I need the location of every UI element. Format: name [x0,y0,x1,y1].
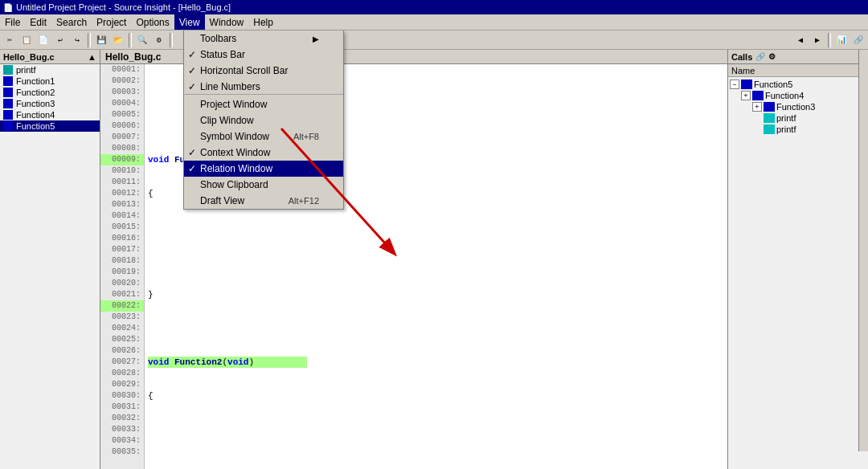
tree-icon-printf2 [764,124,775,134]
tree-label-function3: Function3 [776,102,815,112]
toolbar-cut[interactable]: ✂ [2,32,18,48]
symbol-function2[interactable]: Function2 [0,87,100,98]
calls-icon1: 🔗 [755,52,765,61]
symbol-function5[interactable]: Function5 [0,120,100,132]
menu-check-relation-window: ✓ [188,163,196,174]
symbol-label-function3: Function3 [16,99,55,108]
menu-item-relation-window[interactable]: ✓ Relation Window [184,161,343,177]
symbol-icon-function2 [3,88,13,97]
symbol-function3[interactable]: Function3 [0,98,100,109]
menu-arrow-toolbars: ▶ [313,35,319,43]
tree-icon-printf1 [764,113,775,123]
calls-icon2: ⚙ [768,52,776,61]
menu-item-symbol-window-label: Symbol Window [200,131,269,142]
menu-item-project-window[interactable]: Project Window [184,96,343,112]
tree-item-printf2[interactable]: printf [730,124,866,135]
menu-item-toolbars[interactable]: Toolbars ▶ [184,31,343,47]
toolbar-undo[interactable]: ↩ [52,32,68,48]
tree-expand-function4[interactable]: + [741,91,751,100]
toolbar-back[interactable]: ◀ [792,32,809,48]
menu-view[interactable]: View [174,14,205,30]
calls-col-header: Name [728,64,868,77]
symbol-label-function1: Function1 [16,76,55,86]
menu-edit[interactable]: Edit [25,14,51,30]
tree-icon-function5 [741,80,752,89]
menu-item-line-numbers[interactable]: ✓ Line Numbers [184,79,343,95]
menu-item-clip-window-label: Clip Window [200,115,254,126]
menu-item-symbol-window[interactable]: Symbol Window Alt+F8 [184,128,343,145]
toolbar-copy[interactable]: 📋 [18,32,35,48]
toolbar-redo[interactable]: ↪ [69,32,85,48]
menu-item-toolbars-label: Toolbars [200,33,236,44]
menu-project[interactable]: Project [92,14,131,30]
symbol-icon-printf [3,65,13,75]
menu-file[interactable]: File [0,14,25,30]
right-panel: Calls 🔗 ⚙ Name − Function5 + Function4 + [727,50,868,469]
tree-item-function3[interactable]: + Function3 [730,101,866,112]
main-area: Hello_Bug.c ▲ printf Function1 Function2… [0,50,868,469]
right-panel-scrollbar[interactable] [858,50,868,451]
toolbar-calls[interactable]: 📊 [833,32,850,48]
menu-item-relation-window-label: Relation Window [200,163,272,174]
code-line [148,458,307,469]
toolbar-open[interactable]: 📂 [110,32,126,48]
menu-check-status-bar: ✓ [188,49,196,60]
symbol-function4[interactable]: Function4 [0,109,100,120]
symbol-icon-function1 [3,76,13,86]
tree-icon-function4 [752,91,764,100]
tree-icon-function3 [764,102,775,112]
left-panel: Hello_Bug.c ▲ printf Function1 Function2… [0,50,100,469]
symbol-icon-function4 [3,110,13,120]
tree-expand-function5[interactable]: − [730,80,739,89]
toolbar-save[interactable]: 💾 [93,32,109,48]
menu-item-show-clipboard[interactable]: Show Clipboard [184,177,343,193]
menu-item-status-bar[interactable]: ✓ Status Bar [184,47,343,63]
menu-search[interactable]: Search [51,14,92,30]
menu-item-clip-window[interactable]: Clip Window [184,112,343,128]
symbol-label-function4: Function4 [16,110,55,120]
app-icon: 📄 [3,3,13,12]
symbol-list: printf Function1 Function2 Function3 Fun… [0,64,100,469]
symbol-label-function2: Function2 [16,88,55,97]
tree-label-printf1: printf [776,113,796,123]
calls-title: Calls [731,52,752,62]
tree-label-printf2: printf [776,124,796,134]
symbol-icon-function5 [3,121,13,131]
tree-label-function5: Function5 [754,80,792,89]
menu-item-horizontal-scroll[interactable]: ✓ Horizontal Scroll Bar [184,63,343,79]
symbol-printf[interactable]: printf [0,64,100,75]
code-line: } [148,289,307,300]
menu-item-context-window[interactable]: ✓ Context Window [184,145,343,161]
toolbar-sep1 [88,33,91,47]
tree-item-function5[interactable]: − Function5 [730,79,866,90]
menu-item-horizontal-scroll-label: Horizontal Scroll Bar [200,65,288,76]
menu-item-draft-view[interactable]: Draft View Alt+F12 [184,193,343,209]
menu-shortcut-symbol-window: Alt+F8 [293,132,319,141]
tree-item-printf1[interactable]: printf [730,112,866,124]
menu-help[interactable]: Help [248,14,278,30]
menu-check-line-numbers: ✓ [188,81,196,92]
title-bar: 📄 Untitled Project Project - Source Insi… [0,0,868,14]
menu-item-status-bar-label: Status Bar [200,49,245,60]
toolbar-build[interactable]: ⚙ [151,32,167,48]
toolbar-sep3 [170,33,173,47]
left-panel-scroll-arrow[interactable]: ▲ [88,52,96,62]
left-panel-title: Hello_Bug.c [3,52,55,62]
toolbar-forward[interactable]: ▶ [809,32,825,48]
toolbar-sep4 [828,33,831,47]
menu-check-horizontal-scroll: ✓ [188,65,196,76]
menu-window[interactable]: Window [205,14,249,30]
toolbar-paste[interactable]: 📄 [35,32,51,48]
tree-expand-function3[interactable]: + [752,102,762,112]
menu-bar: File Edit Search Project Options View Wi… [0,14,868,31]
symbol-function1[interactable]: Function1 [0,75,100,87]
toolbar-refs[interactable]: 🔗 [850,32,866,48]
tree-item-function4[interactable]: + Function4 [730,90,866,101]
toolbar-find[interactable]: 🔍 [134,32,150,48]
symbol-label-function5: Function5 [16,121,55,131]
calls-tree: − Function5 + Function4 + Function3 prin… [728,77,868,469]
calls-panel-header: Calls 🔗 ⚙ [728,50,868,64]
menu-options[interactable]: Options [131,14,174,30]
menu-item-show-clipboard-label: Show Clipboard [200,179,268,190]
code-file-title: Hello_Bug.c [105,51,161,63]
